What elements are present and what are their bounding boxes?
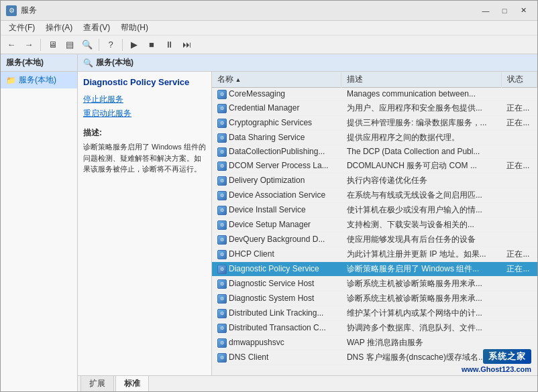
restart-service-link[interactable]: 重启动此服务 xyxy=(83,108,206,119)
table-row[interactable]: ⚙Diagnostic Service Host诊断系统主机被诊断策略服务用来承… xyxy=(212,276,537,291)
col-name[interactable]: 名称 xyxy=(212,72,341,88)
table-row[interactable]: ⚙Device Association Service在系统与有线或无线设备之间… xyxy=(212,188,537,202)
service-name-cell: ⚙CoreMessaging xyxy=(212,88,341,101)
table-row[interactable]: ⚙DCOM Server Process La...DCOMLAUNCH 服务可… xyxy=(212,158,537,173)
service-status-cell: 正在... xyxy=(501,115,537,130)
play-button[interactable]: ▶ xyxy=(126,38,142,52)
watermark: 系统之家 www.Ghost123.com xyxy=(462,349,531,373)
menu-item-a[interactable]: 操作(A) xyxy=(40,21,78,35)
toolbar-separator-2 xyxy=(99,39,99,51)
service-status-cell xyxy=(501,291,537,306)
col-desc[interactable]: 描述 xyxy=(341,72,502,88)
desc-label: 描述: xyxy=(83,127,206,139)
watermark-logo: 系统之家 xyxy=(483,349,531,364)
service-name-cell: ⚙Distributed Transaction C... xyxy=(212,320,341,335)
service-name-cell: ⚙Diagnostic Service Host xyxy=(212,276,341,291)
service-status-cell xyxy=(501,130,537,145)
sidebar-header: 服务(本地) xyxy=(1,54,77,72)
table-row[interactable]: ⚙Device Setup Manager支持检测、下载安装与设备相关的... xyxy=(212,217,537,232)
menu-item-h[interactable]: 帮助(H) xyxy=(115,21,154,35)
service-status-cell xyxy=(501,88,537,101)
table-row[interactable]: ⚙DHCP Client为此计算机注册并更新 IP 地址。如果...正在... xyxy=(212,247,537,261)
service-icon: ⚙ xyxy=(217,235,229,244)
service-status-cell: 正在... xyxy=(501,101,537,115)
service-icon: ⚙ xyxy=(217,118,229,127)
stop-button[interactable]: ■ xyxy=(144,38,160,52)
table-row[interactable]: ⚙Device Install Service使计算机在极少或没有用户输入的情.… xyxy=(212,202,537,217)
service-status-cell: 正在... xyxy=(501,158,537,173)
service-name-cell: ⚙Cryptographic Services xyxy=(212,115,341,130)
sidebar-item-local-services[interactable]: 📁 服务(本地) xyxy=(1,72,77,88)
tab-扩展[interactable]: 扩展 xyxy=(80,375,114,391)
service-status-cell xyxy=(501,188,537,202)
close-button[interactable]: ✕ xyxy=(515,4,532,17)
table-row[interactable]: ⚙Diagnostic System Host诊断系统主机被诊断策略服务用来承.… xyxy=(212,291,537,306)
tab-标准[interactable]: 标准 xyxy=(115,375,149,391)
service-name-cell: ⚙Data Sharing Service xyxy=(212,130,341,145)
table-row[interactable]: ⚙CoreMessagingManages communication betw… xyxy=(212,88,537,101)
watermark-sub: www.Ghost123.com xyxy=(462,365,531,373)
content-header: 🔍 服务(本地) xyxy=(78,54,537,72)
service-icon: ⚙ xyxy=(217,264,229,273)
service-name-cell: ⚙dmwappushsvc xyxy=(212,335,341,350)
service-status-cell: 正在... xyxy=(501,261,537,276)
service-icon: ⚙ xyxy=(217,161,229,170)
stop-service-link[interactable]: 停止此服务 xyxy=(83,94,206,105)
service-name-cell: ⚙DHCP Client xyxy=(212,247,341,261)
table-row[interactable]: ⚙Diagnostic Policy Service诊断策略服务启用了 Wind… xyxy=(212,261,537,276)
maximize-button[interactable]: □ xyxy=(496,4,513,17)
main-area: 服务(本地) 📁 服务(本地) 🔍 服务(本地) Diagnostic Poli… xyxy=(1,54,537,391)
table-row[interactable]: ⚙Credential Manager为用户、应用程序和安全服务包提供...正在… xyxy=(212,101,537,115)
service-icon: ⚙ xyxy=(217,323,229,332)
table-row[interactable]: ⚙DevQuery Background D...使应用能够发现具有后台任务的设… xyxy=(212,232,537,247)
table-row[interactable]: ⚙Cryptographic Services提供三种管理服务: 编录数据库服务… xyxy=(212,115,537,130)
toolbar: ← → 🖥 ▤ 🔍 ? ▶ ■ ⏸ ⏭ xyxy=(1,36,537,54)
service-desc-cell: 诊断策略服务启用了 Windows 组件... xyxy=(341,261,502,276)
table-row[interactable]: ⚙Distributed Transaction C...协调跨多个数据库、消息… xyxy=(212,320,537,335)
service-desc-cell: 维护某个计算机内或某个网络中的计... xyxy=(341,306,502,320)
service-status-cell: 正在... xyxy=(501,247,537,261)
split-view: Diagnostic Policy Service 停止此服务 重启动此服务 描… xyxy=(78,72,537,375)
toolbar-separator-1 xyxy=(40,39,41,51)
service-name-cell: ⚙DataCollectionPublishing... xyxy=(212,145,341,158)
back-button[interactable]: ← xyxy=(3,38,19,52)
restart-button[interactable]: ⏭ xyxy=(178,38,195,52)
service-status-cell xyxy=(501,320,537,335)
detail-description: 诊断策略服务启用了 Windows 组件的问题检测、疑难解答和解决方案。如果该服… xyxy=(83,141,206,175)
service-desc-cell: 协调跨多个数据库、消息队列、文件... xyxy=(341,320,502,335)
table-row[interactable]: ⚙DataCollectionPublishing...The DCP (Dat… xyxy=(212,145,537,158)
sidebar-item-label: 服务(本地) xyxy=(19,74,56,86)
service-status-cell xyxy=(501,202,537,217)
menu-item-f[interactable]: 文件(F) xyxy=(3,21,40,35)
service-desc-cell: Manages communication between... xyxy=(341,88,502,101)
service-status-cell xyxy=(501,145,537,158)
service-desc-cell: 提供应用程序之间的数据代理。 xyxy=(341,130,502,145)
help-button[interactable]: ? xyxy=(103,38,119,52)
pause-button[interactable]: ⏸ xyxy=(161,38,177,52)
content-header-title: 服务(本地) xyxy=(96,57,133,68)
search-icon: 🔍 xyxy=(83,58,93,68)
search-button[interactable]: 🔍 xyxy=(79,38,95,52)
table-header-row: 名称 描述 状态 xyxy=(212,72,537,88)
table-row[interactable]: ⚙dmwappushsvcWAP 推消息路由服务 xyxy=(212,335,537,350)
title-bar: ⚙ 服务 — □ ✕ xyxy=(1,1,537,21)
main-window: ⚙ 服务 — □ ✕ 文件(F)操作(A)查看(V)帮助(H) ← → 🖥 ▤ … xyxy=(0,0,538,392)
list-panel[interactable]: 名称 描述 状态 ⚙CoreMessagingManages communica… xyxy=(212,72,537,375)
col-status[interactable]: 状态 xyxy=(501,72,537,88)
table-row[interactable]: ⚙Distributed Link Tracking...维护某个计算机内或某个… xyxy=(212,306,537,320)
table-row[interactable]: ⚙Delivery Optimization执行内容传递优化任务 xyxy=(212,173,537,188)
service-desc-cell: 诊断系统主机被诊断策略服务用来承... xyxy=(341,276,502,291)
menu-bar: 文件(F)操作(A)查看(V)帮助(H) xyxy=(1,21,537,36)
sidebar-folder-icon: 📁 xyxy=(6,76,16,85)
service-icon: ⚙ xyxy=(217,338,229,347)
service-desc-cell: 使计算机在极少或没有用户输入的情... xyxy=(341,202,502,217)
service-desc-cell: 在系统与有线或无线设备之间启用匹... xyxy=(341,188,502,202)
list-button[interactable]: ▤ xyxy=(62,38,78,52)
computer-button[interactable]: 🖥 xyxy=(44,38,60,52)
service-status-cell xyxy=(501,217,537,232)
service-desc-cell: 执行内容传递优化任务 xyxy=(341,173,502,188)
forward-button[interactable]: → xyxy=(21,38,37,52)
table-row[interactable]: ⚙Data Sharing Service提供应用程序之间的数据代理。 xyxy=(212,130,537,145)
menu-item-v[interactable]: 查看(V) xyxy=(78,21,115,35)
minimize-button[interactable]: — xyxy=(477,4,494,17)
